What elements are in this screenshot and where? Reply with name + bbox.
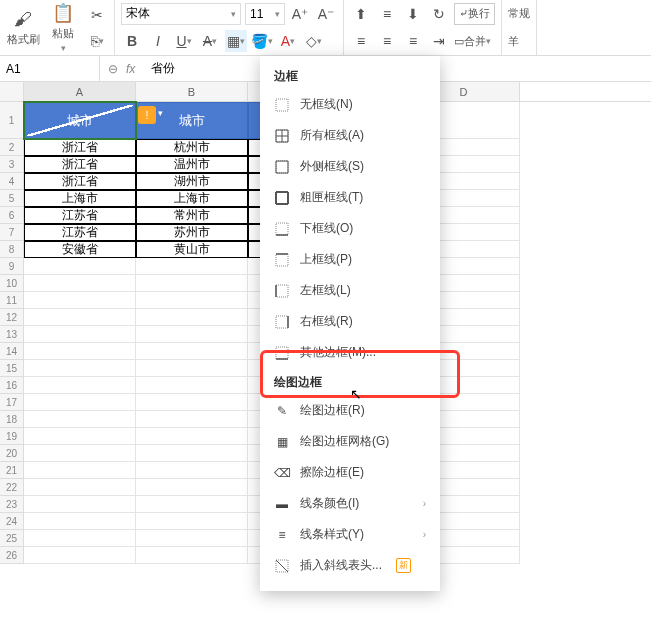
decrease-font-icon[interactable]: A⁻ (315, 3, 337, 25)
row-header[interactable]: 7 (0, 224, 24, 241)
border-item-4[interactable]: 下框线(O) (260, 213, 440, 244)
row-header[interactable]: 1 (0, 102, 24, 139)
orientation-icon[interactable]: ↻ (428, 3, 450, 25)
cell[interactable]: 浙江省 (24, 173, 136, 190)
select-all-corner[interactable] (0, 82, 24, 101)
row-header[interactable]: 23 (0, 496, 24, 513)
cell[interactable] (24, 496, 136, 513)
cell[interactable] (24, 275, 136, 292)
cell[interactable] (24, 530, 136, 547)
cell[interactable] (24, 394, 136, 411)
row-header[interactable]: 18 (0, 411, 24, 428)
indent-icon[interactable]: ⇥ (428, 30, 450, 52)
clear-format-button[interactable]: ◇▾ (303, 30, 325, 52)
cell-reference-input[interactable]: A1 (0, 56, 100, 81)
cell[interactable] (136, 547, 248, 564)
cell[interactable] (136, 496, 248, 513)
align-center-icon[interactable]: ≡ (376, 30, 398, 52)
cancel-icon[interactable]: ⊖ (108, 62, 118, 76)
cell[interactable] (136, 394, 248, 411)
font-name-select[interactable]: 宋体 ▾ (121, 3, 241, 25)
row-header[interactable]: 25 (0, 530, 24, 547)
cell[interactable] (24, 377, 136, 394)
border-item-1[interactable]: 所有框线(A) (260, 120, 440, 151)
border-item-3[interactable]: 粗匣框线(T) (260, 182, 440, 213)
strikethrough-button[interactable]: A▾ (199, 30, 221, 52)
draw-item-5[interactable]: 插入斜线表头...新 (260, 550, 440, 581)
border-button[interactable]: ▦▾ (225, 30, 247, 52)
cell[interactable] (136, 326, 248, 343)
align-top-icon[interactable]: ⬆ (350, 3, 372, 25)
warning-badge-icon[interactable]: ! (138, 106, 156, 124)
row-header[interactable]: 20 (0, 445, 24, 462)
cell[interactable]: 浙江省 (24, 139, 136, 156)
cut-icon[interactable]: ✂ (86, 4, 108, 26)
font-color-button[interactable]: A▾ (277, 30, 299, 52)
cell[interactable] (24, 513, 136, 530)
row-header[interactable]: 19 (0, 428, 24, 445)
cell[interactable]: 安徽省 (24, 241, 136, 258)
row-header[interactable]: 13 (0, 326, 24, 343)
cell[interactable] (136, 479, 248, 496)
fx-icon[interactable]: fx (126, 62, 135, 76)
col-header-b[interactable]: B (136, 82, 248, 101)
cell[interactable] (24, 309, 136, 326)
align-left-icon[interactable]: ≡ (350, 30, 372, 52)
draw-item-3[interactable]: ▬线条颜色(I)› (260, 488, 440, 519)
bold-button[interactable]: B (121, 30, 143, 52)
formula-value[interactable]: 省份 (143, 60, 183, 77)
copy-icon[interactable]: ⎘▾ (86, 30, 108, 52)
cell[interactable] (136, 462, 248, 479)
align-bottom-icon[interactable]: ⬇ (402, 3, 424, 25)
cell[interactable] (24, 445, 136, 462)
cell[interactable] (24, 479, 136, 496)
cell[interactable] (136, 343, 248, 360)
cell[interactable] (24, 411, 136, 428)
format-painter-button[interactable]: 🖌 格式刷 (6, 4, 40, 52)
underline-button[interactable]: U▾ (173, 30, 195, 52)
cell[interactable] (136, 309, 248, 326)
align-right-icon[interactable]: ≡ (402, 30, 424, 52)
cell[interactable] (24, 360, 136, 377)
fill-color-button[interactable]: 🪣▾ (251, 30, 273, 52)
cell[interactable] (24, 326, 136, 343)
cell[interactable] (136, 275, 248, 292)
row-header[interactable]: 5 (0, 190, 24, 207)
cell[interactable]: 湖州市 (136, 173, 248, 190)
cell[interactable]: 浙江省 (24, 156, 136, 173)
cell-a1[interactable]: 城市 (24, 102, 136, 139)
row-header[interactable]: 12 (0, 309, 24, 326)
wrap-text-button[interactable]: ⤶换行 (454, 3, 495, 25)
row-header[interactable]: 6 (0, 207, 24, 224)
row-header[interactable]: 4 (0, 173, 24, 190)
row-header[interactable]: 2 (0, 139, 24, 156)
cell[interactable]: 上海市 (136, 190, 248, 207)
font-size-select[interactable]: 11 ▾ (245, 3, 285, 25)
border-item-2[interactable]: 外侧框线(S) (260, 151, 440, 182)
row-header[interactable]: 15 (0, 360, 24, 377)
draw-item-2[interactable]: ⌫擦除边框(E) (260, 457, 440, 488)
row-header[interactable]: 8 (0, 241, 24, 258)
cell[interactable] (136, 292, 248, 309)
border-item-8[interactable]: 其他边框(M)... (260, 337, 440, 368)
draw-item-1[interactable]: ▦绘图边框网格(G) (260, 426, 440, 457)
cell[interactable]: 上海市 (24, 190, 136, 207)
cell[interactable] (24, 462, 136, 479)
row-header[interactable]: 9 (0, 258, 24, 275)
cell[interactable]: 杭州市 (136, 139, 248, 156)
cell[interactable]: 温州市 (136, 156, 248, 173)
align-middle-icon[interactable]: ≡ (376, 3, 398, 25)
cell[interactable] (24, 258, 136, 275)
row-header[interactable]: 10 (0, 275, 24, 292)
border-item-0[interactable]: 无框线(N) (260, 89, 440, 120)
row-header[interactable]: 14 (0, 343, 24, 360)
row-header[interactable]: 11 (0, 292, 24, 309)
border-item-5[interactable]: 上框线(P) (260, 244, 440, 275)
border-item-7[interactable]: 右框线(R) (260, 306, 440, 337)
cell[interactable] (136, 258, 248, 275)
merge-button[interactable]: ▭合并▾ (454, 30, 491, 52)
cell[interactable] (136, 530, 248, 547)
row-header[interactable]: 26 (0, 547, 24, 564)
cell[interactable]: 江苏省 (24, 207, 136, 224)
row-header[interactable]: 17 (0, 394, 24, 411)
